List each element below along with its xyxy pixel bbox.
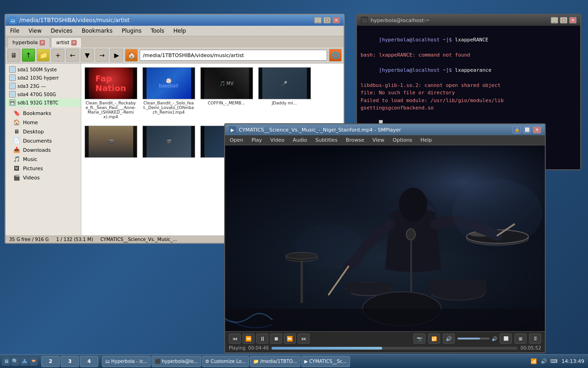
taskbar-item-1[interactable]: 3 [61,356,79,367]
file-item-5[interactable]: 🎬 [141,124,196,161]
sidebar-downloads[interactable]: 📥 Downloads [6,145,81,155]
tab-hyperbola[interactable]: hyperbola ✕ [7,37,50,47]
minimize-button[interactable]: _ [314,17,322,23]
progress-bar[interactable] [271,347,518,350]
smplayer-menu-play[interactable]: Play [249,136,264,144]
maximize-button[interactable]: □ [323,17,331,23]
up-button[interactable]: ↑ [22,49,35,62]
menu-help[interactable]: Help [170,27,188,35]
taskbar-hyperbola[interactable]: 🗂 Hyperbola - ic... [102,356,151,367]
forward-button[interactable]: ⏩ [284,334,296,344]
new-folder-button[interactable]: + [51,49,64,62]
drive-sda2[interactable]: 💿 sda2 103G hyperr [6,74,81,82]
drive-sda3[interactable]: 💿 sda3 23G --- [6,82,81,90]
drive-sdb1[interactable]: 💾 sdb1 932G 1TBTC [6,98,81,107]
svg-rect-16 [410,236,412,292]
file-item-0[interactable]: FapNation Clean_Bandit_-_Rockabye_ft._Se… [83,65,138,121]
next-button[interactable]: ⏭ [298,334,310,344]
taskbar-smplayer-label: CYMATICS__Sc... [309,359,346,364]
terminal-close[interactable]: ✕ [569,17,577,23]
close-button[interactable]: ✕ [333,17,340,23]
network-button[interactable]: 🌐 [329,49,342,62]
smplayer-menu-subtitles[interactable]: Subtitles [313,136,339,144]
pause-button[interactable]: ⏸ [256,334,268,344]
menu-devices[interactable]: Devices [48,27,75,35]
terminal-minimize[interactable]: _ [551,17,558,23]
aspect-button[interactable]: ⬜ [500,334,512,344]
taskbar-item-0[interactable]: 2 [41,356,60,367]
taskbar-icon-2[interactable]: 🖧 [20,357,28,366]
smplayer-menu-options[interactable]: Options [391,136,414,144]
eq-button[interactable]: 🎛 [529,334,541,344]
smplayer-minimize[interactable]: 🔒 [513,126,521,133]
smplayer-menu-video[interactable]: Video [268,136,286,144]
sidebar-pictures-label: Pictures [23,166,43,172]
smplayer-menu-open[interactable]: Open [228,136,245,144]
forward-button[interactable]: → [96,49,108,62]
file-item-2[interactable]: 🎵 MV COFFIN_-_MEMB... [199,65,254,121]
prev-button[interactable]: ⏮ [229,334,241,344]
volume-slider[interactable] [458,338,490,339]
video-area[interactable] [225,145,545,331]
smplayer-menu-browse[interactable]: Browse [344,136,366,144]
folder-button[interactable]: 📁 [37,49,50,62]
sidebar-music[interactable]: 🎵 Music [6,155,81,164]
mute-button[interactable]: 🔊 [443,334,455,344]
smplayer-menu: Open Play Video Audio Subtitles Browse V… [225,135,545,145]
forward2-button[interactable]: ▶ [110,49,123,62]
menu-plugins[interactable]: Plugins [119,27,144,35]
location-bar[interactable]: /media/1TBTOSHIBA/videos/music/artist [140,50,327,61]
sidebar-pictures[interactable]: 🖼 Pictures [6,164,81,173]
taskbar-item-2[interactable]: 4 [80,356,98,367]
sidebar-desktop[interactable]: 🖥 Desktop [6,127,81,136]
stop-button[interactable]: ⏹ [270,334,282,344]
home-button[interactable]: 🏠 [125,49,138,62]
file-item-1[interactable]: ⚾baseball Clean_Bandit_-_Solo_feat._Demi… [141,65,196,121]
taskbar-icon-1[interactable]: 🔍 [11,357,19,366]
taskbar-icon-3[interactable]: ❤ [29,357,38,366]
smplayer-menu-view[interactable]: View [371,136,386,144]
menu-tools[interactable]: Tools [148,27,167,35]
smplayer-titlebar-left: ▶ CYMATICS__Science_Vs._Music_-_Nigel_St… [229,126,401,133]
history-button[interactable]: ▼ [81,49,94,62]
sidebar-home[interactable]: 🏠 Home [6,118,81,127]
sidebar-videos[interactable]: 🎬 Videos [6,173,81,182]
drive-sda4[interactable]: 💿 sda4 470G 500G [6,90,81,98]
menu-file[interactable]: File [7,27,22,35]
bookmarks-icon: 🔖 [13,110,20,116]
smplayer-menu-audio[interactable]: Audio [291,136,309,144]
taskbar-terminal[interactable]: ⬛ hyperbola@lo... [152,356,201,367]
screenshot-button[interactable]: 📷 [413,334,425,344]
keyboard-tray-icon[interactable]: ⌨ [550,357,558,366]
volume-tray-icon[interactable]: 🔊 [540,357,548,366]
tab-artist-close[interactable]: ✕ [71,40,77,46]
taskbar-icon-0[interactable]: 🖥 [2,357,10,366]
sidebar-bookmarks[interactable]: 🔖 Bookmarks [6,109,81,118]
smplayer-maximize[interactable]: ⬜ [523,126,531,133]
thumb-5: 🎬 [142,126,195,158]
rewind-button[interactable]: ⏪ [243,334,254,344]
taskbar-customize-label: Customize Lo... [211,359,246,364]
drive-sda1[interactable]: 💿 sda1 500M Syste [6,65,81,74]
drive-sdb1-label: sdb1 932G 1TBTC [17,100,58,105]
tab-hyperbola-close[interactable]: ✕ [40,40,45,46]
file-manager-icon: 🗂 [9,17,17,24]
new-window-button[interactable]: 🖥 [7,49,20,62]
taskbar-smplayer[interactable]: ▶ CYMATICS__Sc... [301,356,350,367]
network-tray-icon[interactable]: 📶 [530,357,538,366]
right-controls: 📷 🔁 🔊 🔊 ⬜ ▦ 🎛 [413,334,541,344]
tab-artist[interactable]: artist ✕ [51,37,82,47]
menu-view[interactable]: View [26,27,44,35]
file-item-4[interactable]: 🎬 [83,124,138,161]
back-button[interactable]: ← [66,49,79,62]
taskbar-customize[interactable]: ⚙ Customize Lo... [202,356,249,367]
menu-bookmarks[interactable]: Bookmarks [79,27,115,35]
loop-button[interactable]: 🔁 [428,334,440,344]
taskbar-media[interactable]: 📁 /media/1TBTO... [250,356,300,367]
file-item-3[interactable]: 🎤 JDaddy mi... [257,65,312,121]
sidebar-documents[interactable]: 📄 Documents [6,136,81,145]
deinterlace-button[interactable]: ▦ [514,334,526,344]
smplayer-menu-help[interactable]: Help [418,136,434,144]
terminal-maximize[interactable]: □ [560,17,567,23]
smplayer-close[interactable]: ✕ [533,126,541,133]
